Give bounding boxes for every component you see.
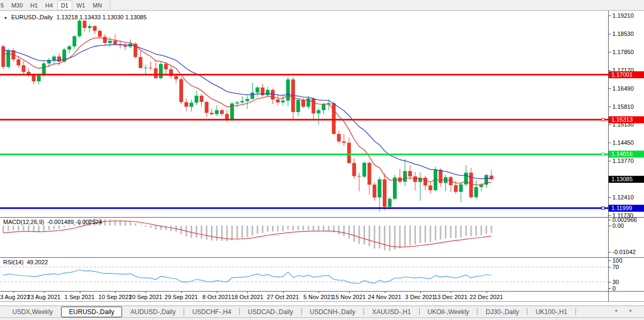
macd-bar [231,226,233,240]
macd-bar [109,220,111,226]
candle-body [454,185,458,191]
candle-body [37,76,41,81]
macd-bar [170,226,172,231]
macd-bar [145,226,147,227]
candle-body [200,96,203,102]
macd-bar [130,222,131,226]
macd-bar [7,226,9,231]
date-tick [181,292,182,293]
candle-body [276,100,280,102]
chart-tabs: USDX,WeeklyEURUSD-,DailyAUDUSD-,DailyUSD… [4,307,576,317]
chart-tab-usdcaddaily[interactable]: USDCAD-,Daily [240,307,301,317]
axis-tick [609,34,611,34]
chart-tab-eurusddaily[interactable]: EURUSD-,Daily [61,307,123,317]
chart-tab-usdxweekly[interactable]: USDX,Weekly [4,307,61,317]
macd-bar [343,226,345,236]
candle-body [32,75,36,81]
tab-scroll-right-icon[interactable]: ▸ [630,308,632,313]
candle-body [195,96,199,103]
timeframe-buttons: 5M30H1H4D1W1MN [0,1,105,10]
macd-bar [237,226,238,239]
timeframe-button-w1[interactable]: W1 [73,1,89,10]
macd-bar [486,226,487,234]
timeframe-button-h1[interactable]: H1 [27,1,41,10]
macd-pane-separator[interactable] [0,217,644,218]
macd-bar [465,226,467,236]
price-tick-label: 1.16490 [612,85,634,92]
macd-bar [104,219,106,226]
macd-bar [119,221,121,226]
timeframe-button-m30[interactable]: M30 [8,1,26,10]
timeframe-button-d1[interactable]: D1 [57,1,72,10]
level-price-tag-1.15313: 1.15313 [609,116,644,123]
status-divider [250,318,251,320]
candle-body [103,37,107,43]
price-tick-label: 1.15810 [612,103,634,110]
candle-body [322,105,325,110]
date-tick [319,292,319,293]
chart-tab-xauusdh1[interactable]: XAUUSD-,H1 [364,307,419,317]
timeframe-button-mn[interactable]: MN [89,1,105,10]
chart-tab-uk100h1[interactable]: UK100-,H1 [527,307,575,317]
symbol-dropdown-icon[interactable]: ▼ [4,16,7,20]
candle-body [337,134,341,142]
candles-group [2,19,494,212]
toolbar-divider [110,1,110,9]
macd-bar [414,226,416,244]
level-price-tag-1.14016: 1.14016 [609,151,644,158]
axis-tick [609,52,611,53]
macd-bar [262,226,263,233]
price-tick-label: 1.17850 [612,49,634,55]
macd-bar [455,226,457,238]
macd-bar [328,226,330,230]
candle-body [139,57,142,68]
line-handle[interactable] [602,207,604,210]
chart-tab-usdcnhdaily[interactable]: USDCNH-,Daily [302,307,363,317]
chart-tab-audusddaily[interactable]: AUDUSD-,Daily [122,307,184,317]
macd-bar [475,226,477,236]
macd-bar [150,226,151,228]
macd-bar [374,226,375,249]
price-chart-canvas[interactable] [0,11,644,302]
macd-bar [221,226,223,241]
macd-bar [38,226,40,232]
axis-tick [609,220,611,220]
macd-bar [135,224,137,226]
candle-body [246,99,249,101]
macd-bar [18,226,19,230]
macd-bar [292,226,294,230]
candle-body [413,176,417,182]
tab-scroll-left-icon[interactable]: ◂ [615,308,617,313]
macd-bar [440,226,442,240]
chart-tab-dj30daily[interactable]: DJ30-,Daily [478,307,527,317]
macd-bar [445,226,446,239]
candle-body [281,101,285,102]
macd-bar [435,226,436,240]
timeframe-button-h4[interactable]: H4 [42,1,56,10]
macd-bar [43,226,45,232]
chart-tab-usdchfh4[interactable]: USDCHF-,H4 [184,307,239,317]
chart-tab-ukoilweekly[interactable]: UKOil-,Weekly [420,307,478,317]
chart-window[interactable]: ▼ EURUSD-,Daily 1.13218 1.13433 1.13030 … [0,11,644,302]
date-tick [217,292,217,293]
rsi-pane-separator[interactable] [0,257,644,258]
macd-bar [165,226,167,230]
candle-body [286,79,290,100]
timeframe-button-5[interactable]: 5 [0,1,7,10]
candle-body [352,163,356,176]
date-tick [247,292,248,293]
candle-body [266,90,270,95]
candle-body [388,199,392,207]
macd-bar [491,226,493,233]
candle-body [297,100,300,112]
macd-bar [58,226,60,229]
line-handle[interactable] [602,153,604,155]
current-price-tag: 1.13085 [609,176,644,183]
candle-body [240,101,244,102]
macd-bar [338,226,340,235]
line-handle[interactable] [602,118,604,121]
candle-body [423,178,427,185]
macd-bar [425,226,426,242]
macd-bar [216,226,218,241]
macd-bar [287,226,289,229]
